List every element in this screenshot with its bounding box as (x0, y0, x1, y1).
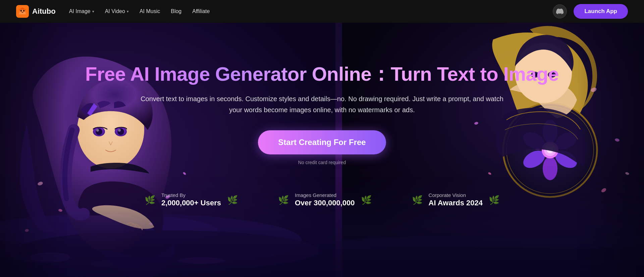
hero-title: Free AI Image Generator Online：Turn Text… (85, 63, 559, 85)
discord-button[interactable] (553, 4, 567, 18)
cta-wrapper: Start Creating For Free No credit card r… (258, 130, 386, 165)
hero-subtitle: Convert text to images in seconds. Custo… (138, 93, 506, 116)
cta-note: No credit card required (298, 160, 346, 165)
stat-label-images: Images Generated (295, 192, 336, 199)
cta-button[interactable]: Start Creating For Free (258, 130, 386, 154)
stat-text-users: Trusted By 2,000,000+ Users (161, 192, 221, 208)
nav-item-ai-video[interactable]: AI Video ▾ (105, 8, 129, 14)
discord-icon (556, 8, 564, 15)
nav-ai-image-label: AI Image (69, 8, 91, 14)
ai-image-chevron-icon: ▾ (92, 9, 94, 14)
nav-ai-video-label: AI Video (105, 8, 125, 14)
stat-item-users: 🌿 Trusted By 2,000,000+ Users 🌿 (145, 192, 238, 208)
laurel-left-3: 🌿 (412, 196, 423, 204)
navbar: Aitubo AI Image ▾ AI Video ▾ AI Music (0, 0, 644, 23)
stat-item-award: 🌿 Corporate Vision AI Awards 2024 🌿 (412, 192, 499, 208)
stat-label-award: Corporate Vision (429, 192, 466, 199)
laurel-left-1: 🌿 (145, 196, 155, 204)
laurel-left-2: 🌿 (278, 196, 289, 204)
brand-logo-icon (16, 5, 29, 18)
stats-bar: 🌿 Trusted By 2,000,000+ Users 🌿 🌿 Images… (145, 192, 499, 221)
navbar-left: Aitubo AI Image ▾ AI Video ▾ AI Music (16, 5, 210, 18)
laurel-icon-right-3: 🌿 (489, 196, 499, 204)
laurel-icon-left-2: 🌿 (278, 196, 289, 204)
stat-value-users: 2,000,000+ Users (161, 198, 221, 208)
stat-value-award: AI Awards 2024 (429, 198, 483, 208)
hero-content: Free AI Image Generator Online：Turn Text… (18, 63, 626, 165)
laurel-right-2: 🌿 (361, 196, 372, 204)
stat-label-users: Trusted By (161, 192, 185, 199)
svg-point-1 (20, 10, 22, 12)
laurel-icon-right-2: 🌿 (361, 196, 372, 204)
stat-text-award: Corporate Vision AI Awards 2024 (429, 192, 483, 208)
brand-link[interactable]: Aitubo (16, 5, 56, 18)
laurel-right-1: 🌿 (227, 196, 238, 204)
ai-video-chevron-icon: ▾ (127, 9, 129, 14)
laurel-icon-right: 🌿 (227, 196, 238, 204)
nav-item-ai-music[interactable]: AI Music (140, 8, 160, 14)
nav-item-affiliate[interactable]: Affiliate (192, 8, 210, 14)
navbar-right: Launch App (553, 4, 628, 19)
svg-point-2 (23, 10, 24, 12)
nav-affiliate-label: Affiliate (192, 8, 210, 14)
nav-ai-music-label: AI Music (140, 8, 160, 14)
laurel-right-3: 🌿 (489, 196, 499, 204)
nav-item-blog[interactable]: Blog (171, 8, 181, 14)
stat-text-images: Images Generated Over 300,000,000 (295, 192, 355, 208)
laurel-icon-left-3: 🌿 (412, 196, 423, 204)
brand-name: Aitubo (32, 7, 56, 16)
nav-item-ai-image[interactable]: AI Image ▾ (69, 8, 94, 14)
laurel-icon-left: 🌿 (145, 196, 155, 204)
stat-value-images: Over 300,000,000 (295, 198, 355, 208)
nav-links: AI Image ▾ AI Video ▾ AI Music Blog (69, 8, 210, 14)
stat-item-images: 🌿 Images Generated Over 300,000,000 🌿 (278, 192, 372, 208)
hero-section: Free AI Image Generator Online：Turn Text… (0, 23, 644, 277)
nav-blog-label: Blog (171, 8, 181, 14)
launch-app-button[interactable]: Launch App (574, 4, 628, 19)
